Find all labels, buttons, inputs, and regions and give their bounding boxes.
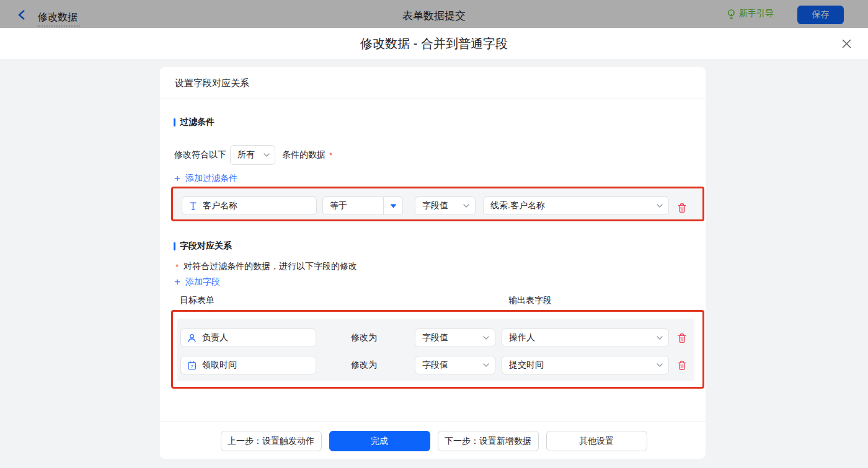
close-icon[interactable] [839, 37, 853, 50]
filter-field-input[interactable]: 客户名称 [182, 196, 317, 215]
mapping-section-title: 字段对应关系 [172, 242, 693, 250]
target-field-value: 负责人 [202, 332, 228, 343]
chevron-down-icon [264, 153, 270, 157]
text-field-icon [189, 201, 197, 211]
condition-scope-select[interactable]: 所有 [230, 145, 275, 165]
chevron-down-icon [657, 336, 663, 340]
app-root: 修改数据 表单数据提交 新手引导 保存 修改数据 - 合并到普通字段 设置字段对… [0, 0, 868, 468]
modal-header: 修改数据 - 合并到普通字段 [0, 28, 868, 59]
output-field-select[interactable]: 操作人 [502, 329, 669, 347]
card-footer: 上一步：设置触发动作 完成 下一步：设置新增数据 其他设置 [160, 422, 706, 459]
add-filter-link[interactable]: + 添加过滤条件 [172, 173, 237, 184]
chevron-down-icon [463, 204, 469, 208]
calendar-icon: 7 [187, 361, 197, 370]
delete-filter-icon[interactable] [677, 203, 687, 213]
chevron-down-icon [657, 204, 663, 208]
mapping-column-headers: 目标表单 输出表字段 [172, 295, 693, 306]
delete-row-icon[interactable] [677, 333, 687, 343]
filter-valuetype-select[interactable]: 字段值 [415, 196, 476, 215]
target-field-value: 领取时间 [202, 360, 237, 371]
target-form-column-header: 目标表单 [180, 295, 215, 306]
modify-to-label: 修改为 [348, 360, 379, 371]
filter-section-label: 过滤条件 [180, 117, 215, 128]
config-modal: 修改数据 - 合并到普通字段 设置字段对应关系 过滤条件 修改符合以下 [0, 28, 868, 468]
triangle-down-icon [390, 204, 397, 208]
mapping-row: 7领取时间修改为字段值提交时间 [180, 356, 694, 374]
chevron-down-icon [483, 363, 489, 367]
save-button[interactable]: 保存 [797, 6, 844, 24]
output-field-column-header: 输出表字段 [508, 295, 552, 306]
add-filter-label: 添加过滤条件 [185, 173, 237, 184]
chevron-down-icon [483, 336, 489, 340]
target-field-input[interactable]: 7领取时间 [180, 356, 316, 374]
condition-scope-value: 所有 [237, 149, 255, 161]
mapping-hint-line: * 对符合过滤条件的数据，进行以下字段的修改 [172, 261, 693, 272]
modal-body: 设置字段对应关系 过滤条件 修改符合以下 所有 条件的数据 * [0, 59, 868, 468]
top-bar: 修改数据 表单数据提交 新手引导 保存 [0, 0, 868, 28]
value-type-value: 字段值 [422, 332, 448, 343]
filter-sourcefield-value: 线索.客户名称 [490, 200, 545, 211]
mapping-hint-text: 对符合过滤条件的数据，进行以下字段的修改 [184, 261, 357, 272]
add-field-label: 添加字段 [185, 276, 220, 288]
value-type-value: 字段值 [422, 360, 448, 371]
plus-icon: + [174, 278, 180, 286]
delete-row-icon[interactable] [677, 360, 687, 371]
mapping-row: 负责人修改为字段值操作人 [180, 329, 694, 347]
value-type-select[interactable]: 字段值 [415, 329, 495, 347]
card-content: 过滤条件 修改符合以下 所有 条件的数据 * + 添加过滤条件 [160, 99, 706, 381]
output-field-value: 操作人 [509, 332, 535, 343]
other-settings-button[interactable]: 其他设置 [546, 431, 647, 451]
condition-prefix-text: 修改符合以下 [174, 149, 226, 161]
output-field-value: 提交时间 [509, 360, 544, 371]
settings-card: 设置字段对应关系 过滤条件 修改符合以下 所有 条件的数据 * [160, 67, 706, 459]
prev-step-button[interactable]: 上一步：设置触发动作 [221, 431, 322, 451]
condition-suffix-text: 条件的数据 [282, 149, 326, 161]
bulb-icon [727, 9, 736, 19]
modal-title: 修改数据 - 合并到普通字段 [360, 35, 508, 52]
svg-text:7: 7 [190, 363, 193, 369]
section-accent-bar [174, 242, 175, 250]
finish-button[interactable]: 完成 [329, 431, 430, 451]
mapping-section-label: 字段对应关系 [180, 241, 232, 252]
plus-icon: + [174, 174, 180, 183]
filter-operator-value: 等于 [323, 200, 383, 211]
value-type-select[interactable]: 字段值 [415, 356, 495, 374]
chevron-down-icon [657, 363, 663, 367]
required-asterisk: * [175, 262, 179, 272]
filter-section-title: 过滤条件 [172, 118, 693, 126]
filter-field-value: 客户名称 [203, 200, 237, 211]
filter-sourcefield-select[interactable]: 线索.客户名称 [483, 196, 669, 215]
filter-valuetype-value: 字段值 [422, 200, 448, 211]
beginner-guide-label: 新手引导 [739, 8, 774, 19]
mapping-rows-panel: 负责人修改为字段值操作人7领取时间修改为字段值提交时间 [177, 319, 694, 381]
condition-line: 修改符合以下 所有 条件的数据 * [172, 145, 693, 165]
filter-row-panel: 客户名称 等于 字段值 线索.客户名 [173, 188, 702, 219]
add-field-link[interactable]: + 添加字段 [172, 276, 220, 288]
person-icon [187, 333, 197, 343]
operator-dropdown-button[interactable] [383, 196, 402, 215]
target-field-input[interactable]: 负责人 [180, 329, 316, 347]
output-field-select[interactable]: 提交时间 [502, 356, 669, 374]
section-accent-bar [174, 118, 175, 126]
required-asterisk: * [329, 151, 332, 160]
card-title: 设置字段对应关系 [160, 67, 706, 99]
next-step-button[interactable]: 下一步：设置新增数据 [438, 431, 539, 451]
beginner-guide-link[interactable]: 新手引导 [727, 0, 774, 27]
filter-operator-select[interactable]: 等于 [322, 196, 403, 215]
modify-to-label: 修改为 [348, 332, 379, 343]
